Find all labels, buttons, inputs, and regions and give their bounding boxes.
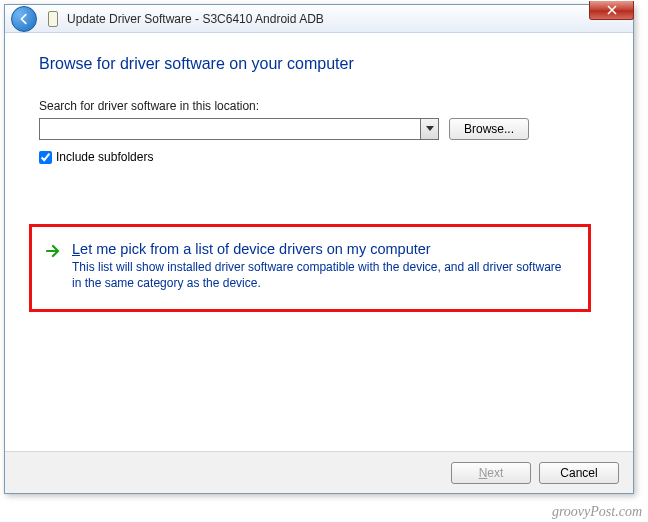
path-row: Browse... bbox=[39, 118, 603, 140]
titlebar: Update Driver Software - S3C6410 Android… bbox=[5, 5, 633, 33]
include-subfolders-row[interactable]: Include subfolders bbox=[39, 150, 603, 164]
page-heading: Browse for driver software on your compu… bbox=[39, 55, 603, 73]
dialog-window: Update Driver Software - S3C6410 Android… bbox=[4, 4, 634, 494]
watermark: groovyPost.com bbox=[552, 504, 642, 520]
option-description: This list will show installed driver sof… bbox=[72, 259, 574, 291]
search-location-label: Search for driver software in this locat… bbox=[39, 99, 603, 113]
option-title: Let me pick from a list of device driver… bbox=[72, 241, 574, 257]
arrow-left-icon bbox=[17, 12, 31, 26]
device-icon bbox=[45, 9, 61, 29]
chevron-down-icon bbox=[426, 126, 434, 132]
window-title: Update Driver Software - S3C6410 Android… bbox=[67, 12, 324, 26]
path-input[interactable] bbox=[40, 119, 438, 139]
back-button[interactable] bbox=[11, 6, 37, 32]
pick-from-list-option[interactable]: Let me pick from a list of device driver… bbox=[46, 241, 574, 291]
include-subfolders-checkbox[interactable] bbox=[39, 151, 52, 164]
path-combobox[interactable] bbox=[39, 118, 439, 140]
footer: Next Cancel bbox=[5, 451, 633, 493]
path-dropdown-toggle[interactable] bbox=[420, 119, 438, 139]
cancel-button[interactable]: Cancel bbox=[539, 462, 619, 484]
highlight-box: Let me pick from a list of device driver… bbox=[29, 224, 591, 312]
include-subfolders-label: Include subfolders bbox=[56, 150, 153, 164]
close-button[interactable] bbox=[589, 1, 634, 20]
close-icon bbox=[607, 5, 617, 15]
arrow-right-icon bbox=[46, 244, 62, 291]
content-area: Browse for driver software on your compu… bbox=[5, 33, 633, 451]
next-button[interactable]: Next bbox=[451, 462, 531, 484]
browse-button[interactable]: Browse... bbox=[449, 118, 529, 140]
option-text: Let me pick from a list of device driver… bbox=[72, 241, 574, 291]
